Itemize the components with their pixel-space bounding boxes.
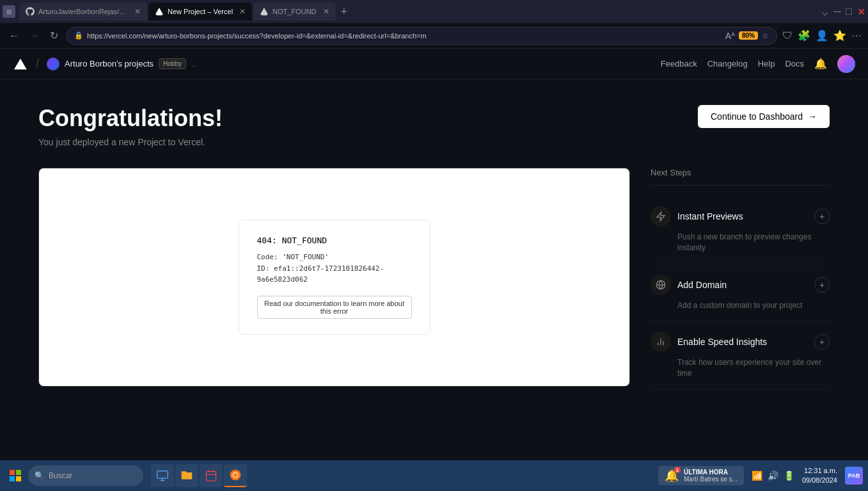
tab-list-icon[interactable]: ⌵ xyxy=(822,6,828,18)
svg-rect-13 xyxy=(207,471,216,481)
project-name[interactable]: Arturo Borbon's projects xyxy=(65,59,154,68)
nav-bar: ← → ↻ 🔒 https://vercel.com/new/arturo-bo… xyxy=(0,23,868,49)
tab-notfound-close[interactable]: ✕ xyxy=(323,7,329,16)
tab-vercel[interactable]: New Project – Vercel ✕ xyxy=(148,3,252,20)
tab-github[interactable]: ArturoJavierBorbonRejas/port... ✕ xyxy=(19,3,147,20)
add-domain-icon xyxy=(651,275,671,295)
taskbar: 🔍 🔔 1 ÚLTIMA HORA Martí Batres se s... xyxy=(0,460,868,491)
bookmark-icon[interactable]: ☆ xyxy=(762,31,769,40)
step-title-row: Instant Previews xyxy=(651,206,743,227)
extensions-icon[interactable]: 🧩 xyxy=(798,29,810,42)
start-button[interactable] xyxy=(5,465,26,486)
speed-insights-expand[interactable]: + xyxy=(814,334,830,350)
instant-previews-icon xyxy=(651,206,671,227)
browser-menu-dots[interactable]: ⋯ xyxy=(851,29,862,42)
profile-icon[interactable]: 👤 xyxy=(816,29,828,42)
taskbar-app-explorer[interactable] xyxy=(175,464,198,487)
add-domain-expand[interactable]: + xyxy=(814,277,830,293)
tab-github-label: ArturoJavierBorbonRejas/port... xyxy=(38,8,128,15)
notification-icon[interactable]: 🔔 xyxy=(814,58,827,70)
notification-text: ÚLTIMA HORA Martí Batres se s... xyxy=(684,469,738,483)
speed-insights-desc: Track how users experience your site ove… xyxy=(677,357,830,379)
zoom-badge[interactable]: 80% xyxy=(739,31,758,40)
translate-icon[interactable]: Aᴬ xyxy=(725,31,735,41)
svg-rect-9 xyxy=(16,476,21,481)
favorites-icon[interactable]: ⭐ xyxy=(833,29,846,42)
new-tab-button[interactable]: + xyxy=(337,5,352,19)
clock-date: 09/08/2024 xyxy=(802,476,837,485)
tab-vercel-label: New Project – Vercel xyxy=(168,8,233,15)
app-header: / Arturo Borbon's projects Hobby ⌵ Feedb… xyxy=(0,49,868,79)
hobby-badge[interactable]: Hobby xyxy=(159,58,186,69)
error-doc-label: Read our documentation to learn more abo… xyxy=(264,300,404,315)
error-id-label: ID: efa1::2d6t7-1723101826442-9a6e5823d0… xyxy=(257,264,384,284)
back-button[interactable]: ← xyxy=(6,28,22,44)
svg-point-19 xyxy=(234,474,237,477)
taskbar-app-calendar[interactable] xyxy=(200,464,223,487)
error-code-label: Code: 'NOT_FOUND' xyxy=(257,253,329,261)
taskbar-app-firefox[interactable] xyxy=(224,464,247,487)
search-icon: 🔍 xyxy=(35,471,44,480)
taskbar-search-wrap[interactable]: 🔍 xyxy=(28,465,143,486)
continue-dashboard-button[interactable]: Continue to Dashboard → xyxy=(698,105,830,128)
chevron-down-icon[interactable]: ⌵ xyxy=(191,59,196,69)
error-detail: Code: 'NOT_FOUND' ID: efa1::2d6t7-172310… xyxy=(257,252,412,286)
address-bar[interactable]: 🔒 https://vercel.com/new/arturo-borbons-… xyxy=(66,27,777,45)
help-link[interactable]: Help xyxy=(758,59,775,68)
forward-button[interactable]: → xyxy=(27,28,42,44)
error-code: 404: NOT_FOUND xyxy=(257,236,412,245)
instant-previews-desc: Push a new branch to preview changes ins… xyxy=(677,232,830,254)
taskbar-app-badge[interactable]: PAB xyxy=(845,467,863,485)
taskbar-app-files[interactable] xyxy=(151,464,174,487)
step-add-domain: Add Domain + Add a custom domain to your… xyxy=(651,264,830,322)
browser-menu-icon[interactable]: ⊞ xyxy=(3,5,15,18)
notification-title: ÚLTIMA HORA xyxy=(684,469,738,476)
congrats-text-block: Congratulations! You just deployed a new… xyxy=(38,105,223,147)
maximize-icon[interactable]: □ xyxy=(846,6,852,17)
user-avatar[interactable] xyxy=(837,55,855,73)
network-icon: 📶 xyxy=(752,471,762,481)
congrats-section: Congratulations! You just deployed a new… xyxy=(38,105,830,147)
tab-vercel-close[interactable]: ✕ xyxy=(239,7,246,16)
browser-chrome: ⊞ ArturoJavierBorbonRejas/port... ✕ New … xyxy=(0,0,868,49)
tab-github-close[interactable]: ✕ xyxy=(134,7,141,16)
error-doc-button[interactable]: Read our documentation to learn more abo… xyxy=(257,296,412,319)
congrats-title: Congratulations! xyxy=(38,105,223,132)
shield-icon: 🛡 xyxy=(782,30,793,42)
vercel-logo[interactable] xyxy=(13,56,28,72)
clock-area[interactable]: 12:31 a.m. 09/08/2024 xyxy=(802,466,837,486)
notification-widget[interactable]: 🔔 1 ÚLTIMA HORA Martí Batres se s... xyxy=(658,466,744,485)
step-speed-insights-title-row: Enable Speed Insights xyxy=(651,332,767,352)
tab-notfound-label: NOT_FOUND xyxy=(272,8,316,15)
sys-icons: 📶 🔊 🔋 xyxy=(752,471,794,481)
tab-notfound[interactable]: NOT_FOUND ✕ xyxy=(253,3,335,20)
header-actions: Feedback Changelog Help Docs 🔔 xyxy=(661,55,855,73)
content-row: 404: NOT_FOUND Code: 'NOT_FOUND' ID: efa… xyxy=(38,168,830,390)
step-instant-previews: Instant Previews + Push a new branch to … xyxy=(651,196,830,264)
step-add-domain-title-row: Add Domain xyxy=(651,275,727,295)
battery-icon: 🔋 xyxy=(784,471,794,481)
instant-previews-title: Instant Previews xyxy=(677,211,743,221)
window-close-icon[interactable]: ✕ xyxy=(857,6,865,18)
step-speed-insights: Enable Speed Insights + Track how users … xyxy=(651,321,830,390)
clock-time: 12:31 a.m. xyxy=(802,466,837,476)
url-display: https://vercel.com/new/arturo-borbons-pr… xyxy=(87,32,722,40)
error-card: 404: NOT_FOUND Code: 'NOT_FOUND' ID: efa… xyxy=(239,220,430,335)
feedback-link[interactable]: Feedback xyxy=(661,59,697,68)
instant-previews-expand[interactable]: + xyxy=(814,209,830,224)
step-instant-previews-header: Instant Previews + xyxy=(651,206,830,227)
refresh-button[interactable]: ↻ xyxy=(47,27,61,44)
svg-rect-10 xyxy=(157,471,168,479)
minimize-icon[interactable]: ─ xyxy=(833,6,840,17)
docs-link[interactable]: Docs xyxy=(785,59,804,68)
svg-marker-0 xyxy=(657,212,665,220)
preview-container: 404: NOT_FOUND Code: 'NOT_FOUND' ID: efa… xyxy=(38,168,630,387)
add-domain-desc: Add a custom domain to your project xyxy=(677,300,830,311)
arrow-right-icon: → xyxy=(808,111,817,122)
speed-insights-title: Enable Speed Insights xyxy=(677,337,767,347)
continue-btn-label: Continue to Dashboard xyxy=(711,111,803,122)
volume-icon: 🔊 xyxy=(768,471,778,481)
taskbar-search-input[interactable] xyxy=(28,465,143,486)
project-avatar xyxy=(47,58,59,70)
changelog-link[interactable]: Changelog xyxy=(707,59,748,68)
